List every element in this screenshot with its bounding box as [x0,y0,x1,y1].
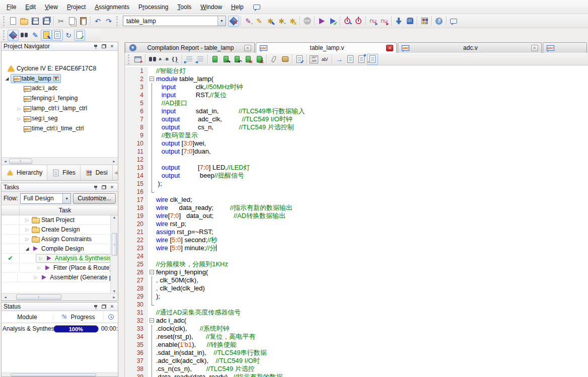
tree-item[interactable]: abcfenping:i_fenping [2,94,118,104]
pin-icon[interactable] [92,184,100,191]
document-tab-compilation-report-table-lamp[interactable]: ▼Compilation Report - table_lamp✕ [125,42,255,53]
fold-marker[interactable]: − [148,317,156,325]
chip-planner-icon[interactable] [419,16,430,27]
task-row[interactable]: ▷Assign Constraints [2,235,118,244]
navigator-tab-files[interactable]: Files [47,165,80,180]
assignment-editor-icon[interactable]: ✎▪ [243,16,254,27]
find-icon[interactable] [19,30,30,41]
refresh-icon[interactable]: ↻ [63,30,74,41]
notes-icon[interactable]: ✎ [41,30,52,41]
close-icon[interactable]: ✕ [531,45,538,51]
close-icon[interactable]: ✕ [108,184,116,191]
scroll-up-icon[interactable]: ▲ [111,215,118,219]
cut-icon[interactable]: ✂ [55,16,66,27]
document-tab-table-lamp-v[interactable]: abctable_lamp.v✕ [256,42,397,53]
find-matching-icon[interactable]: { }→ [169,54,180,65]
menu-project[interactable]: Project [62,2,90,12]
detach-window-icon[interactable] [132,54,143,65]
tree-item[interactable]: abctime_ctrl:i_time_ctrl [2,124,118,134]
scroll-down-icon[interactable]: ▼ [111,289,118,293]
menu-help[interactable]: Help [227,2,248,12]
change-manager-icon[interactable] [52,30,63,41]
view-expanded-icon[interactable]: ▾ [356,54,367,65]
timing-analyzer-icon[interactable]: ↷ [342,16,353,27]
navigator-tab-desi[interactable]: Desi [81,165,113,180]
menu-window[interactable]: Window [196,2,227,12]
code-editor[interactable]: 1//智能台灯2−module table_lamp(3 input clk,/… [125,66,588,377]
navigator-tab-hierarchy[interactable]: Hierarchy [2,165,47,180]
settings-icon[interactable]: ✕ [228,16,239,27]
syntax-check-icon[interactable]: ✔ [294,54,305,65]
timing-closure-icon[interactable]: ✱✎ [265,16,276,27]
vertical-scrollbar[interactable]: ▲ ≡ ▼ [110,215,118,293]
next-bookmark-icon[interactable]: ↷ [220,54,232,65]
scroll-right-icon[interactable]: ► [110,295,118,299]
scroll-left-icon[interactable]: ◄ [2,295,9,299]
start-analysis-icon[interactable]: ✔ [327,16,338,27]
new-file-icon[interactable] [8,16,19,27]
simulation-icon[interactable]: ⊓⊔▸ [368,16,379,27]
indent-icon[interactable]: ▸ [184,54,195,65]
verify-icon[interactable]: ✔ [74,30,85,41]
open-file-icon[interactable] [19,16,30,27]
scroll-thumb[interactable]: ≡ [112,233,117,256]
scroll-thumb[interactable]: ⦀ [16,294,61,300]
chevron-down-icon[interactable]: ▼ [62,194,70,203]
close-icon[interactable]: ✕ [108,43,116,50]
replace-icon[interactable]: A→B [158,54,169,65]
tree-item[interactable]: abcadc:i_adc [2,84,118,94]
task-row[interactable]: ✔▷Analysis & Synthesis [2,254,118,263]
start-compilation-icon[interactable] [316,16,327,27]
tree-item[interactable]: ▷abcseg:i_seg [2,114,118,124]
project-combobox[interactable]: table_lamp▼ [123,16,226,26]
view-compact-icon[interactable] [345,54,356,65]
chevron-down-icon[interactable]: ▼ [217,16,226,26]
redo-icon[interactable]: ↷ [103,16,114,27]
delete-bookmark-icon[interactable]: ✕ [243,54,254,65]
float-icon[interactable] [100,43,108,50]
help-icon[interactable]: ? [433,16,445,27]
horizontal-scrollbar[interactable]: ◄ ⦀ ► [2,157,118,165]
expand-icon[interactable]: ◢ [24,246,31,251]
flow-combobox[interactable]: Full Design ▼ [20,193,71,204]
expand-icon[interactable]: ▷ [16,106,23,111]
task-row[interactable]: ▷Fitter (Place & Route) [2,263,118,273]
copy-icon[interactable] [66,16,78,27]
find-icon[interactable] [147,54,158,65]
undo-icon[interactable]: ↶ [92,16,103,27]
macro-icon[interactable] [279,54,290,65]
save-icon[interactable] [30,16,41,27]
horizontal-scrollbar[interactable] [2,372,118,376]
close-icon[interactable]: ✕ [386,45,393,51]
expand-icon[interactable]: ▷ [16,116,23,121]
pin-icon[interactable] [92,304,100,310]
outdent-icon[interactable]: ◂ [195,54,206,65]
paste-icon[interactable] [78,16,89,27]
tab-scroll-left-icon[interactable]: ◀ [113,170,119,175]
scroll-thumb[interactable]: ⦀ [9,159,32,164]
feedback-icon[interactable] [251,2,262,13]
back-annotate-icon[interactable]: ✱✕ [287,16,298,27]
menu-view[interactable]: View [40,2,62,12]
scroll-right-icon[interactable]: ► [110,160,118,163]
menu-edit[interactable]: Edit [21,2,40,12]
expand-icon[interactable]: ▷ [24,237,31,242]
simulation-waveform-icon[interactable]: ⊓⊔▸ [379,16,390,27]
customize-button[interactable]: Customize... [73,193,116,204]
task-row[interactable]: ▷Start Project [2,215,118,225]
programmer-icon[interactable] [393,16,404,27]
power-analyzer-icon[interactable] [353,16,364,27]
attach-icon[interactable] [268,54,279,65]
scroll-thumb[interactable] [11,373,96,376]
horizontal-scrollbar[interactable]: ◄ ⦀ ► [2,293,118,300]
menu-processing[interactable]: Processing [134,2,173,12]
expand-icon[interactable]: ▷ [36,265,43,270]
fold-marker[interactable]: − [148,75,156,83]
task-row[interactable]: ▷Assembler (Generate pro [2,273,118,282]
document-tab-adc-v[interactable]: abcadc.v✕ [398,42,541,53]
tree-item[interactable]: ▷abclamp_ctrl:i_lamp_ctrl [2,104,118,114]
expand-icon[interactable]: ▷ [24,227,31,232]
delete-all-bookmarks-icon[interactable]: ✕ [254,54,265,65]
menu-file[interactable]: File [2,2,21,12]
expand-icon[interactable]: ▷ [37,256,44,261]
